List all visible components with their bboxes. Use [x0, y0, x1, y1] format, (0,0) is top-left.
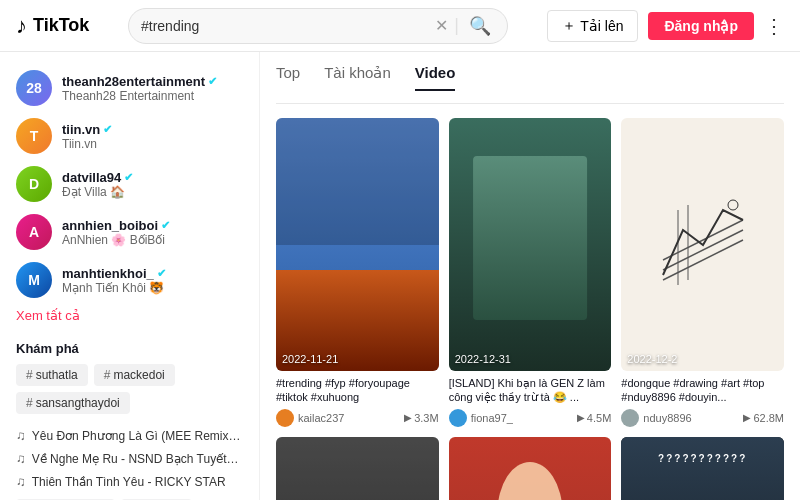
upload-button[interactable]: ＋ Tải lên [547, 10, 638, 42]
verified-icon: ✔ [124, 171, 133, 184]
account-item-28[interactable]: 28 theanh28entertainment ✔ Theanh28 Ente… [16, 64, 243, 112]
music-icon: ♫ [16, 428, 26, 443]
video-thumb-1: 2022-11-21 [276, 118, 439, 371]
account-sub: Đạt Villa 🏠 [62, 185, 133, 199]
song-name: Yêu Đơn Phương Là Gì (MEE Remix) - Mee .… [32, 429, 242, 443]
search-input[interactable] [141, 18, 429, 34]
sidebar: 28 theanh28entertainment ✔ Theanh28 Ente… [0, 52, 260, 500]
video-meta-1: kailac237 ▶ 3.3M [276, 409, 439, 427]
accounts-section: 28 theanh28entertainment ✔ Theanh28 Ente… [16, 64, 243, 327]
video-thumb-4 [276, 437, 439, 500]
meta-avatar-2 [449, 409, 467, 427]
header-actions: ＋ Tải lên Đăng nhập ⋮ [547, 10, 784, 42]
video-thumb-3: 2022-12-2 [621, 118, 784, 371]
content-area: Top Tài khoản Video 2022-11-21 #trending… [260, 52, 800, 500]
account-info: tiin.vn ✔ Tiin.vn [62, 122, 112, 151]
song-1[interactable]: ♫ Yêu Đơn Phương Là Gì (MEE Remix) - Mee… [16, 424, 243, 447]
tab-accounts[interactable]: Tài khoản [324, 64, 391, 91]
verified-icon: ✔ [157, 267, 166, 280]
explore-title: Khám phá [16, 341, 243, 356]
verified-icon: ✔ [208, 75, 217, 88]
account-item-dat[interactable]: D datvilla94 ✔ Đạt Villa 🏠 [16, 160, 243, 208]
song-name: Về Nghe Mẹ Ru - NSND Bạch Tuyết & Hứa ..… [32, 452, 242, 466]
account-name: datvilla94 ✔ [62, 170, 133, 185]
music-icon: ♫ [16, 451, 26, 466]
video-thumb-2: 2022-12-31 [449, 118, 612, 371]
verified-icon: ✔ [103, 123, 112, 136]
account-sub: AnNhien 🌸 BốiBối [62, 233, 170, 247]
tab-top[interactable]: Top [276, 64, 300, 91]
account-name: tiin.vn ✔ [62, 122, 112, 137]
account-item-tiin[interactable]: T tiin.vn ✔ Tiin.vn [16, 112, 243, 160]
video-grid: 2022-11-21 #trending #fyp #foryoupage #t… [276, 118, 784, 500]
video-card-1[interactable]: 2022-11-21 #trending #fyp #foryoupage #t… [276, 118, 439, 427]
app-container: ♪ TikTok ✕ | 🔍 ＋ Tải lên Đăng nhập ⋮ 28 [0, 0, 800, 500]
video-thumb-6: ??????????? Đây là đâu ??????????? [621, 437, 784, 500]
logo-text: TikTok [33, 15, 89, 36]
video-thumb-5 [449, 437, 612, 500]
avatar: T [16, 118, 52, 154]
video-desc-1: #trending #fyp #foryoupage #tiktok #xuhu… [276, 376, 439, 405]
account-name: annhien_boiboi ✔ [62, 218, 170, 233]
verified-icon: ✔ [161, 219, 170, 232]
account-info: manhtienkhoi_ ✔ Mạnh Tiến Khôi 🐯 [62, 266, 166, 295]
logo-icon: ♪ [16, 13, 27, 39]
meta-avatar-3 [621, 409, 639, 427]
video-card-3[interactable]: 2022-12-2 #dongque #drawing #art #top #n… [621, 118, 784, 427]
play-icon: ▶ [743, 412, 751, 423]
video-card-2[interactable]: 2022-12-31 [ISLAND] Khi bạn là GEN Z làm… [449, 118, 612, 427]
more-icon[interactable]: ⋮ [764, 14, 784, 38]
tag-sansangthaydoi[interactable]: # sansangthaydoi [16, 392, 130, 414]
logo: ♪ TikTok [16, 13, 116, 39]
video-desc-3: #dongque #drawing #art #top #nduy8896 #d… [621, 376, 784, 405]
account-info: theanh28entertainment ✔ Theanh28 Enterta… [62, 74, 217, 103]
meta-plays-3: ▶ 62.8M [743, 412, 784, 424]
meta-plays-2: ▶ 4.5M [577, 412, 611, 424]
song-3[interactable]: ♫ Thiên Thần Tình Yêu - RICKY STAR [16, 470, 243, 493]
thumb-date-3: 2022-12-2 [627, 353, 677, 365]
explore-section: Khám phá # suthatla # mackedoi # sansang… [16, 341, 243, 500]
account-item-manh[interactable]: M manhtienkhoi_ ✔ Mạnh Tiến Khôi 🐯 [16, 256, 243, 304]
thumb-date-2: 2022-12-31 [455, 353, 511, 365]
search-icon[interactable]: 🔍 [465, 15, 495, 37]
video-card-6[interactable]: ??????????? Đây là đâu ??????????? Đây l… [621, 437, 784, 500]
meta-author-3: nduy8896 [643, 412, 739, 424]
tags-container: # suthatla # mackedoi [16, 364, 243, 386]
account-sub: Theanh28 Entertainment [62, 89, 217, 103]
avatar: D [16, 166, 52, 202]
tags-row2: # sansangthaydoi [16, 392, 243, 414]
account-sub: Tiin.vn [62, 137, 112, 151]
avatar: A [16, 214, 52, 250]
thumb-date-1: 2022-11-21 [282, 353, 338, 365]
search-bar: ✕ | 🔍 [128, 8, 508, 44]
video-card-4[interactable] [276, 437, 439, 500]
avatar: 28 [16, 70, 52, 106]
account-info: annhien_boiboi ✔ AnNhien 🌸 BốiBối [62, 218, 170, 247]
search-clear-icon[interactable]: ✕ [435, 18, 448, 34]
video-meta-3: nduy8896 ▶ 62.8M [621, 409, 784, 427]
avatar: M [16, 262, 52, 298]
login-button[interactable]: Đăng nhập [648, 12, 754, 40]
meta-plays-1: ▶ 3.3M [404, 412, 438, 424]
video-card-5[interactable] [449, 437, 612, 500]
upload-icon: ＋ [562, 17, 576, 35]
play-icon: ▶ [577, 412, 585, 423]
video-desc-2: [ISLAND] Khi bạn là GEN Z làm công việc … [449, 376, 612, 405]
search-divider: | [454, 15, 459, 36]
upload-label: Tải lên [580, 18, 623, 34]
video-meta-2: fiona97_ ▶ 4.5M [449, 409, 612, 427]
account-info: datvilla94 ✔ Đạt Villa 🏠 [62, 170, 133, 199]
tag-mackedoi[interactable]: # mackedoi [94, 364, 175, 386]
account-sub: Mạnh Tiến Khôi 🐯 [62, 281, 166, 295]
account-name: manhtienkhoi_ ✔ [62, 266, 166, 281]
meta-author-1: kailac237 [298, 412, 400, 424]
tag-suthatla[interactable]: # suthatla [16, 364, 88, 386]
song-2[interactable]: ♫ Về Nghe Mẹ Ru - NSND Bạch Tuyết & Hứa … [16, 447, 243, 470]
play-icon: ▶ [404, 412, 412, 423]
account-name: theanh28entertainment ✔ [62, 74, 217, 89]
meta-avatar-1 [276, 409, 294, 427]
meta-author-2: fiona97_ [471, 412, 573, 424]
see-all-link[interactable]: Xem tất cả [16, 304, 243, 327]
account-item-ann[interactable]: A annhien_boiboi ✔ AnNhien 🌸 BốiBối [16, 208, 243, 256]
tab-video[interactable]: Video [415, 64, 456, 91]
